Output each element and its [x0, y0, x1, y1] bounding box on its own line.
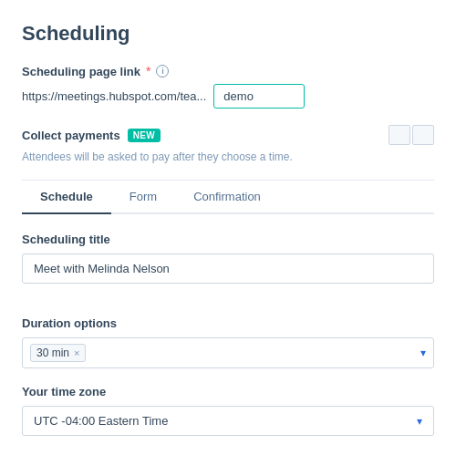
duration-options-selector[interactable]: 30 min × ▾	[22, 337, 434, 368]
tabs-row: Schedule Form Confirmation	[22, 181, 434, 214]
duration-tag-close[interactable]: ×	[74, 348, 79, 358]
duration-options-section: Duration options 30 min × ▾	[22, 316, 434, 368]
scheduling-title-section: Scheduling title	[22, 233, 434, 300]
duration-tag: 30 min ×	[30, 344, 86, 362]
scheduling-link-label: Scheduling page link	[22, 65, 140, 78]
required-star: *	[146, 64, 150, 78]
scheduling-link-input[interactable]	[213, 84, 305, 109]
duration-options-label: Duration options	[22, 316, 434, 330]
scheduling-title-label: Scheduling title	[22, 233, 434, 246]
page-title: Scheduling	[22, 22, 434, 46]
time-zone-selector[interactable]: UTC -04:00 Eastern Time ▾	[22, 406, 434, 436]
time-zone-chevron-icon: ▾	[417, 415, 422, 428]
scheduling-link-label-row: Scheduling page link * i	[22, 64, 434, 78]
collect-payments-label: Collect payments	[22, 129, 120, 142]
collect-payments-row: Collect payments NEW	[22, 125, 434, 145]
time-zone-label: Your time zone	[22, 385, 434, 398]
attendees-note: Attendees will be asked to pay after the…	[22, 150, 434, 163]
tab-form[interactable]: Form	[111, 181, 175, 214]
scheduling-link-row: https://meetings.hubspot.com/tea...	[22, 84, 434, 109]
tab-confirmation[interactable]: Confirmation	[175, 181, 279, 214]
tab-schedule[interactable]: Schedule	[22, 181, 111, 214]
scheduling-title-input[interactable]	[22, 254, 434, 284]
collect-payments-toggle[interactable]	[389, 125, 434, 145]
time-zone-section: Your time zone UTC -04:00 Eastern Time ▾	[22, 385, 434, 436]
toggle-part-right[interactable]	[412, 125, 434, 145]
time-zone-value: UTC -04:00 Eastern Time	[34, 414, 168, 428]
duration-chevron-icon: ▾	[420, 347, 426, 359]
link-prefix: https://meetings.hubspot.com/tea...	[22, 89, 206, 103]
new-badge: NEW	[128, 129, 161, 142]
duration-tag-value: 30 min	[36, 347, 69, 359]
toggle-part-left[interactable]	[389, 125, 410, 145]
info-icon[interactable]: i	[156, 65, 169, 78]
